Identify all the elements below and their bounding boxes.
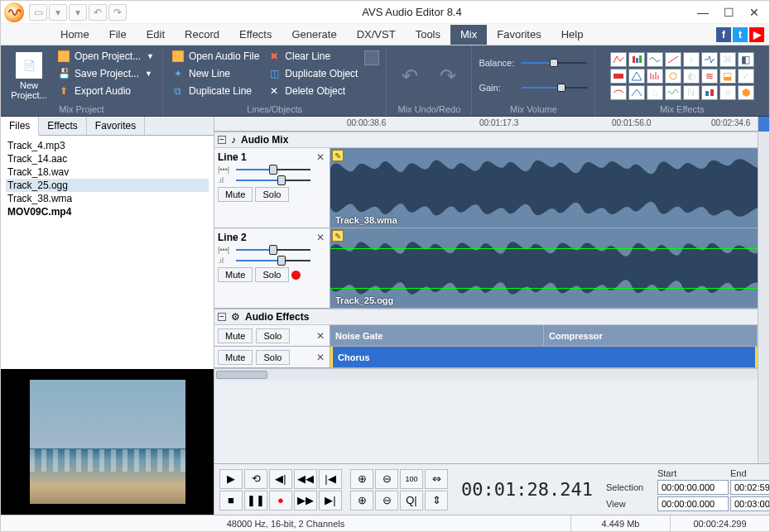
tab-files[interactable]: Files <box>1 117 39 136</box>
zoom-in-button[interactable]: ⊕ <box>350 469 373 489</box>
forward-button[interactable]: ▶▶ <box>294 491 317 510</box>
edit-marker-icon[interactable]: ✎ <box>332 230 344 242</box>
close-track-icon[interactable]: ✕ <box>315 151 326 163</box>
redo-button[interactable]: ↷ <box>431 49 464 103</box>
effect-button[interactable] <box>665 69 681 84</box>
effect-button[interactable]: ⬢ <box>738 85 754 100</box>
menu-effects[interactable]: Effects <box>229 25 282 45</box>
close-effect-icon[interactable]: ✕ <box>315 330 326 342</box>
effect-button[interactable] <box>665 85 681 100</box>
qat-save-icon[interactable]: ▾ <box>69 4 87 21</box>
collapse-icon[interactable]: − <box>218 136 226 144</box>
view-end[interactable]: 00:03:00.000 <box>730 496 770 511</box>
file-item[interactable]: MOV09C.mp4 <box>6 205 209 218</box>
start-button[interactable]: |◀ <box>319 469 342 489</box>
menu-generate[interactable]: Generate <box>282 25 346 45</box>
waveform-area[interactable]: ✎ Track_38.wma <box>330 148 758 228</box>
duplicate-line-button[interactable]: ⧉Duplicate Line <box>170 84 261 98</box>
menu-favorites[interactable]: Favorites <box>487 25 551 45</box>
sel-end[interactable]: 00:02:59.296 <box>730 480 770 495</box>
vertical-scrollbar[interactable] <box>758 117 769 132</box>
sel-start[interactable]: 00:00:00.000 <box>657 480 729 495</box>
pause-button[interactable]: ❚❚ <box>244 491 267 510</box>
effect-block[interactable]: Noise Gate <box>330 325 544 346</box>
file-item[interactable]: Track_18.wav <box>6 165 209 179</box>
new-line-button[interactable]: ✦New Line <box>170 66 261 81</box>
solo-button[interactable]: Solo <box>256 350 289 365</box>
file-item[interactable]: Track_4.mp3 <box>6 139 209 152</box>
zoom-fit-button[interactable]: Q| <box>400 491 423 510</box>
stop-button[interactable]: ■ <box>219 491 243 510</box>
record-arm-icon[interactable] <box>291 271 301 280</box>
menu-file[interactable]: File <box>99 25 137 45</box>
open-project-button[interactable]: Open Project...▼ <box>55 49 156 64</box>
effect-button[interactable] <box>701 52 718 67</box>
file-item[interactable]: Track_38.wma <box>6 192 209 205</box>
effect-button[interactable] <box>665 52 681 67</box>
facebook-icon[interactable]: f <box>716 27 731 42</box>
gain-slider[interactable] <box>522 84 588 92</box>
loop-button[interactable]: ⟲ <box>244 469 267 489</box>
zoom-sel-button[interactable]: ⇔ <box>425 469 448 489</box>
close-effect-icon[interactable]: ✕ <box>315 352 326 363</box>
volume-slider[interactable] <box>236 256 310 265</box>
duplicate-object-button[interactable]: ◫Duplicate Object <box>266 66 359 81</box>
mute-button[interactable]: Mute <box>218 267 253 282</box>
menu-home[interactable]: Home <box>51 25 99 45</box>
play-button[interactable]: ▶ <box>219 469 243 489</box>
twitter-icon[interactable]: t <box>733 27 748 42</box>
file-item[interactable]: Track_14.aac <box>6 152 209 165</box>
effect-button[interactable] <box>647 52 663 67</box>
menu-tools[interactable]: Tools <box>406 25 450 45</box>
edit-marker-icon[interactable]: ✎ <box>332 150 344 161</box>
effect-button[interactable]: ✓ <box>738 69 754 84</box>
pan-slider[interactable] <box>236 246 310 254</box>
effect-button[interactable]: ◐ <box>683 69 700 84</box>
solo-button[interactable]: Solo <box>255 267 288 282</box>
envelope-line[interactable] <box>330 248 758 249</box>
export-audio-button[interactable]: ⬆Export Audio <box>55 84 156 98</box>
collapse-icon[interactable]: − <box>218 313 226 321</box>
open-audio-button[interactable]: Open Audio File <box>170 49 261 64</box>
effect-button[interactable] <box>701 85 718 100</box>
menu-edit[interactable]: Edit <box>137 25 175 45</box>
file-list[interactable]: Track_4.mp3 Track_14.aac Track_18.wav Tr… <box>1 136 214 369</box>
prev-button[interactable]: ◀| <box>269 469 292 489</box>
waveform-area[interactable]: ✎ Track_25.ogg <box>330 228 758 308</box>
pencil-icon[interactable] <box>364 50 379 65</box>
effect-button[interactable] <box>628 85 645 100</box>
menu-mix[interactable]: Mix <box>450 25 487 45</box>
zoom-region-button[interactable]: ⇕ <box>425 491 448 510</box>
pan-slider[interactable] <box>236 165 310 174</box>
menu-dxvst[interactable]: DX/VST <box>347 25 406 45</box>
tab-favorites[interactable]: Favorites <box>87 117 145 135</box>
zoom-vert-in-button[interactable]: ⊕ <box>350 491 373 510</box>
mute-button[interactable]: Mute <box>218 187 253 202</box>
solo-button[interactable]: Solo <box>255 187 288 202</box>
delete-object-button[interactable]: ✕Delete Object <box>266 84 359 98</box>
volume-slider[interactable] <box>236 176 310 185</box>
minimize-button[interactable]: — <box>697 6 709 19</box>
menu-record[interactable]: Record <box>175 25 229 45</box>
effect-button[interactable] <box>610 85 627 100</box>
save-project-button[interactable]: 💾Save Project...▼ <box>55 66 156 81</box>
vertical-scrollbar[interactable] <box>758 132 769 463</box>
qat-new-icon[interactable]: ▭ <box>29 4 47 21</box>
record-button[interactable]: ● <box>269 491 292 510</box>
mute-button[interactable]: Mute <box>218 328 253 343</box>
new-project-button[interactable]: 📄 New Project... <box>7 49 51 103</box>
close-button[interactable]: ✕ <box>749 6 759 19</box>
mute-button[interactable]: Mute <box>218 350 253 365</box>
file-item[interactable]: Track_25.ogg <box>6 179 209 192</box>
end-button[interactable]: ▶| <box>319 491 342 510</box>
effect-button[interactable]: N <box>683 85 700 100</box>
effect-button[interactable]: ♪ <box>683 52 700 67</box>
effect-button[interactable]: ≡ <box>719 85 736 100</box>
zoom-vert-out-button[interactable]: ⊖ <box>375 491 398 510</box>
effect-button[interactable]: ♫ <box>647 85 663 100</box>
clear-line-button[interactable]: ✖Clear Line <box>266 49 359 64</box>
tab-effects[interactable]: Effects <box>39 117 86 135</box>
zoom-100-button[interactable]: 100 <box>400 469 423 489</box>
effect-button[interactable]: ⌘ <box>719 52 736 67</box>
effect-button[interactable]: ◧ <box>738 52 754 67</box>
